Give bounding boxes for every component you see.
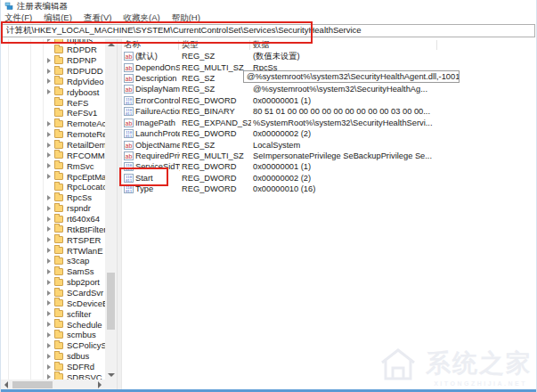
tree-item[interactable]: s3cap bbox=[1, 256, 105, 266]
chevron-right-icon[interactable] bbox=[47, 68, 54, 75]
chevron-right-icon[interactable] bbox=[47, 331, 54, 339]
tree-item[interactable]: RmSvc bbox=[1, 160, 105, 171]
value-row[interactable]: ab 110 011 DisplayName REG_SZ @%systemro… bbox=[122, 84, 535, 94]
chevron-right-icon[interactable] bbox=[47, 363, 54, 371]
chevron-right-icon[interactable] bbox=[47, 194, 54, 201]
chevron-right-icon[interactable] bbox=[47, 57, 54, 64]
column-separator[interactable] bbox=[436, 40, 437, 50]
tree-item[interactable]: Schedule bbox=[1, 319, 105, 330]
scroll-down-icon[interactable] bbox=[108, 373, 115, 377]
tree-item[interactable]: RemoteRe bbox=[1, 129, 105, 140]
tree-item[interactable]: RTWlanE bbox=[1, 245, 105, 256]
chevron-right-icon[interactable] bbox=[47, 321, 54, 328]
column-header-data[interactable]: 数据 bbox=[253, 39, 431, 51]
svg-text:ab: ab bbox=[126, 76, 133, 82]
scroll-right-icon[interactable] bbox=[98, 381, 102, 388]
value-row[interactable]: ab 110 011 LaunchProtected REG_DWORD 0x0… bbox=[122, 128, 535, 139]
tree-item[interactable]: scmbus bbox=[1, 330, 105, 340]
chevron-right-icon[interactable] bbox=[47, 162, 54, 169]
tree-item[interactable]: RdpVideo bbox=[1, 76, 105, 86]
vertical-scroll-thumb[interactable] bbox=[107, 273, 115, 330]
tree-item[interactable]: rt640x64 bbox=[1, 214, 105, 225]
value-name: Description bbox=[135, 73, 180, 84]
tree-item[interactable]: RemoteAc bbox=[1, 118, 105, 129]
tree-item[interactable]: RDPNP bbox=[1, 55, 105, 66]
value-row[interactable]: ab 110 011 ServiceSidType REG_DWORD 0x00… bbox=[122, 161, 535, 172]
tree-item[interactable]: scfilter bbox=[1, 308, 105, 319]
tree-item[interactable]: SDFRd bbox=[1, 362, 105, 372]
chevron-right-icon[interactable] bbox=[47, 257, 54, 265]
value-name: ErrorControl bbox=[135, 95, 180, 106]
tree-item[interactable]: rspndr bbox=[1, 203, 105, 214]
chevron-right-icon[interactable] bbox=[47, 247, 54, 254]
tree-item[interactable]: RTSPER bbox=[1, 234, 105, 245]
tree-item[interactable]: rdyboost bbox=[1, 86, 105, 97]
tree-item[interactable]: RetailDem bbox=[1, 140, 105, 151]
tree-vertical-scrollbar[interactable] bbox=[105, 39, 117, 380]
column-header-name[interactable]: 名称 bbox=[124, 39, 177, 51]
chevron-right-icon[interactable] bbox=[47, 268, 54, 275]
tree-item[interactable]: sbp2port bbox=[1, 277, 105, 288]
chevron-right-icon[interactable] bbox=[47, 279, 54, 286]
value-row[interactable]: ab 110 011 ObjectName REG_SZ LocalSystem bbox=[122, 139, 535, 150]
column-header-type[interactable]: 类型 bbox=[182, 39, 249, 51]
chevron-right-icon[interactable] bbox=[47, 290, 54, 297]
tree-item-label: rdpbus bbox=[67, 39, 93, 45]
value-row[interactable]: ab 110 011 FailureActions REG_BINARY 80 … bbox=[122, 106, 535, 117]
tree-item[interactable]: SCPolicyS bbox=[1, 340, 105, 351]
menu-item-favorites[interactable]: 收藏夹(A) bbox=[123, 12, 159, 24]
menu-item-help[interactable]: 帮助(H) bbox=[172, 12, 200, 24]
chevron-right-icon[interactable] bbox=[47, 151, 54, 159]
folder-icon bbox=[54, 68, 63, 75]
tree-item[interactable]: RDPUDD bbox=[1, 66, 105, 77]
horizontal-scroll-thumb[interactable] bbox=[12, 381, 53, 388]
tree-item-label: rdyboost bbox=[67, 87, 99, 97]
chevron-right-icon[interactable] bbox=[47, 78, 54, 85]
menu-item-edit[interactable]: 编辑(E) bbox=[44, 12, 72, 24]
tree-item[interactable]: RpcSs bbox=[1, 192, 105, 203]
tree-item[interactable]: RFCOMM bbox=[1, 150, 105, 160]
tree-item[interactable]: RpcEptMa bbox=[1, 171, 105, 182]
tree-item[interactable]: SamSs bbox=[1, 266, 105, 277]
menu-item-view[interactable]: 查看(V) bbox=[84, 12, 112, 24]
chevron-right-icon[interactable] bbox=[47, 39, 54, 43]
value-row[interactable]: ab 110 011 Type REG_DWORD 0x00000010 (16… bbox=[122, 184, 535, 194]
chevron-right-icon[interactable] bbox=[47, 173, 54, 180]
tree-item[interactable]: RDPDR bbox=[1, 45, 105, 55]
scroll-left-icon[interactable] bbox=[4, 381, 8, 388]
chevron-right-icon[interactable] bbox=[47, 236, 54, 243]
tree-item[interactable]: sdbus bbox=[1, 351, 105, 362]
value-row[interactable]: ab 110 011 (默认) REG_SZ (数值未设置) bbox=[122, 51, 535, 61]
chevron-right-icon[interactable] bbox=[47, 120, 54, 127]
scroll-up-icon[interactable] bbox=[108, 43, 115, 46]
chevron-right-icon[interactable] bbox=[47, 225, 54, 233]
chevron-right-icon[interactable] bbox=[47, 131, 54, 138]
value-row[interactable]: ab 110 011 ErrorControl REG_DWORD 0x0000… bbox=[122, 95, 535, 106]
tree-item[interactable]: RpcLocato bbox=[1, 182, 105, 192]
tree-item[interactable]: ReFS bbox=[1, 97, 105, 108]
chevron-right-icon[interactable] bbox=[47, 205, 54, 212]
value-row[interactable]: ab 110 011 RequiredPrivile... REG_MULTI_… bbox=[122, 151, 535, 161]
value-data: SeImpersonatePrivilege SeBackupPrivilege… bbox=[253, 151, 532, 161]
value-tooltip: @%systemroot%\system32\SecurityHealthAge… bbox=[243, 70, 460, 83]
column-separator[interactable] bbox=[178, 40, 179, 50]
column-separator[interactable] bbox=[249, 40, 250, 50]
tree-item[interactable]: ScDeviceE bbox=[1, 298, 105, 308]
tree-item[interactable]: ReFSv1 bbox=[1, 108, 105, 118]
menu-item-file[interactable]: 文件(F) bbox=[4, 12, 32, 24]
chevron-right-icon[interactable] bbox=[47, 353, 54, 360]
tree-item[interactable]: SCardSvr bbox=[1, 288, 105, 298]
tree-item-label: RetailDem bbox=[67, 140, 105, 150]
value-row[interactable]: ab 110 011 Start REG_DWORD 0x00000002 (2… bbox=[122, 173, 535, 184]
tree-item-label: RpcSs bbox=[67, 192, 92, 202]
chevron-right-icon[interactable] bbox=[47, 142, 54, 149]
chevron-right-icon[interactable] bbox=[47, 216, 54, 223]
chevron-right-icon[interactable] bbox=[47, 310, 54, 317]
address-bar[interactable]: 计算机\HKEY_LOCAL_MACHINE\SYSTEM\CurrentCon… bbox=[2, 24, 535, 37]
value-row[interactable]: ab 110 011 ImagePath REG_EXPAND_SZ %Syst… bbox=[122, 118, 535, 128]
chevron-right-icon[interactable] bbox=[47, 88, 54, 95]
chevron-right-icon[interactable] bbox=[47, 299, 54, 306]
chevron-right-icon[interactable] bbox=[47, 342, 54, 349]
tree-item[interactable]: RtkBtFilter bbox=[1, 224, 105, 234]
folder-icon bbox=[54, 142, 63, 149]
